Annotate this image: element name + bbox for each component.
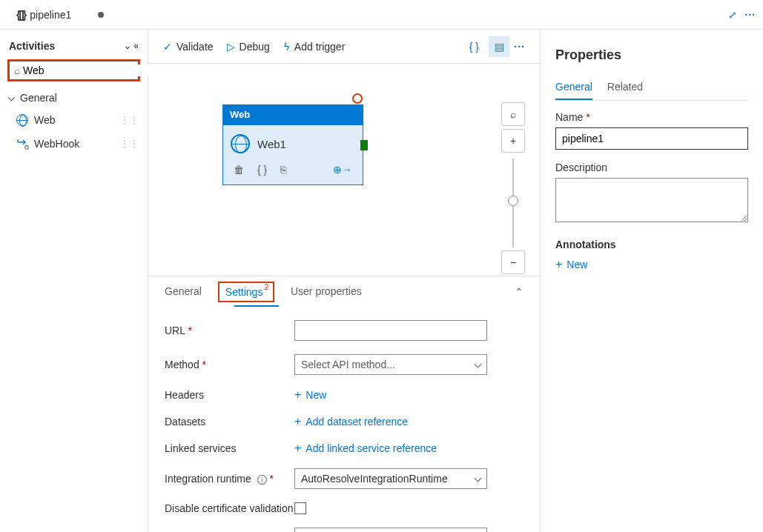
properties-toggle-button[interactable]: ▤ <box>489 36 509 57</box>
activity-label: WebHook <box>34 138 79 150</box>
settings-error-badge: 2 <box>264 283 268 291</box>
tab-settings[interactable]: Settings 2 <box>225 286 267 298</box>
add-dataset-button[interactable]: + Add dataset reference <box>294 415 408 428</box>
activities-title: Activities <box>9 40 55 52</box>
settings-form: URL Method Select API method... Headers … <box>148 307 540 532</box>
pipeline-toolbar: ✓ Validate ▷ Debug ϟ Add trigger { } ▤ ·… <box>148 30 540 64</box>
description-field-label: Description <box>555 162 748 173</box>
url-input[interactable] <box>294 320 487 341</box>
unsaved-indicator-icon <box>98 12 104 18</box>
pipeline-name-input[interactable] <box>555 127 748 150</box>
headers-label: Headers <box>165 389 294 401</box>
annotation-circle-icon <box>352 93 363 104</box>
zoom-fit-button[interactable]: ⌕ <box>501 102 525 126</box>
output-handle[interactable] <box>360 140 368 150</box>
designer-panel: ✓ Validate ▷ Debug ϟ Add trigger { } ▤ ·… <box>148 30 541 532</box>
webhook-icon: ⚙ <box>16 138 28 150</box>
search-icon: ⌕ <box>14 64 20 76</box>
pipeline-icon: {[]} <box>16 9 25 21</box>
search-highlight: ⌕ <box>7 59 140 82</box>
pipeline-canvas[interactable]: Web Web1 🗑 { } ⎘ ⊕→ ⌕ + <box>148 64 540 276</box>
zoom-in-button[interactable]: + <box>501 129 525 153</box>
code-view-button[interactable]: { } <box>463 36 484 57</box>
chevron-down-icon <box>9 92 17 104</box>
code-icon[interactable]: { } <box>257 164 267 176</box>
node-type-label: Web <box>222 104 363 124</box>
editor-tabs-bar: {[]} pipeline1 ⤢ ··· <box>0 0 763 30</box>
method-select[interactable]: Select API method... <box>294 354 487 375</box>
tab-user-properties[interactable]: User properties <box>291 276 362 307</box>
settings-highlight: Settings 2 <box>218 282 274 302</box>
activities-panel: Activities ⌄ « ⌕ General Web ⋮⋮ ⚙ WebHoo… <box>0 30 148 532</box>
globe-icon <box>16 114 28 126</box>
description-input[interactable] <box>555 178 748 222</box>
detail-tabs: General Settings 2 User properties ⌃ <box>148 276 540 307</box>
zoom-controls: ⌕ + − <box>501 102 525 276</box>
web-activity-node[interactable]: Web Web1 🗑 { } ⎘ ⊕→ <box>222 104 363 185</box>
activity-label: Web <box>34 114 56 126</box>
expand-icon[interactable]: ⤢ <box>728 9 737 21</box>
zoom-slider[interactable] <box>512 159 514 247</box>
node-name: Web1 <box>257 138 286 150</box>
activity-item-web[interactable]: Web ⋮⋮ <box>0 108 148 132</box>
authentication-select[interactable]: None <box>294 528 487 532</box>
chevron-down-icon <box>475 359 480 370</box>
url-label: URL <box>165 325 294 336</box>
debug-button[interactable]: ▷ Debug <box>227 41 270 53</box>
execute-icon[interactable]: ⊕→ <box>333 164 352 176</box>
method-label: Method <box>165 359 294 370</box>
validate-button[interactable]: ✓ Validate <box>163 41 214 53</box>
linked-services-label: Linked services <box>165 442 294 454</box>
section-general[interactable]: General <box>0 87 148 108</box>
activity-item-webhook[interactable]: ⚙ WebHook ⋮⋮ <box>0 132 148 156</box>
datasets-label: Datasets <box>165 416 294 428</box>
annotations-label: Annotations <box>555 239 748 250</box>
plus-icon: + <box>294 442 301 455</box>
add-header-button[interactable]: + New <box>294 388 326 402</box>
pipeline-tab-title: pipeline1 <box>30 9 71 21</box>
plus-icon: + <box>294 415 301 428</box>
tab-general[interactable]: General <box>165 276 202 307</box>
collapse-panel-icon[interactable]: ⌄ « <box>124 41 139 51</box>
globe-icon <box>231 134 250 153</box>
integration-runtime-select[interactable]: AutoResolveIntegrationRuntime <box>294 468 487 489</box>
more-icon[interactable]: ··· <box>744 9 756 21</box>
grip-icon: ⋮⋮ <box>119 138 139 150</box>
copy-icon[interactable]: ⎘ <box>280 164 286 176</box>
zoom-thumb[interactable] <box>508 196 518 206</box>
collapse-details-icon[interactable]: ⌃ <box>515 286 523 298</box>
ptab-related[interactable]: Related <box>607 81 643 100</box>
chevron-down-icon <box>475 473 480 485</box>
activities-search-input[interactable] <box>23 64 153 76</box>
integration-runtime-label: Integration runtime i <box>165 473 294 485</box>
properties-tabs: General Related <box>555 81 748 101</box>
plus-icon: + <box>555 258 562 271</box>
add-trigger-button[interactable]: ϟ Add trigger <box>283 41 345 53</box>
play-icon: ▷ <box>227 41 235 53</box>
activities-search[interactable]: ⌕ <box>9 61 139 80</box>
disable-cert-checkbox[interactable] <box>294 502 306 514</box>
properties-title: Properties <box>555 41 748 70</box>
add-annotation-button[interactable]: + New <box>555 258 748 271</box>
delete-icon[interactable]: 🗑 <box>234 164 244 176</box>
zoom-out-button[interactable]: − <box>501 250 525 274</box>
check-icon: ✓ <box>163 41 172 53</box>
grip-icon: ⋮⋮ <box>119 114 139 126</box>
toolbar-more-icon[interactable]: ··· <box>514 41 525 53</box>
properties-panel: Properties General Related Name Descript… <box>541 30 763 532</box>
disable-cert-label: Disable certificate validation <box>165 502 294 514</box>
add-linked-service-button[interactable]: + Add linked service reference <box>294 442 437 455</box>
lightning-icon: ϟ <box>283 41 290 53</box>
plus-icon: + <box>294 388 301 402</box>
name-field-label: Name <box>555 111 748 123</box>
pipeline-tab[interactable]: {[]} pipeline1 <box>7 0 113 29</box>
ptab-general[interactable]: General <box>555 81 592 100</box>
info-icon[interactable]: i <box>257 475 267 485</box>
node-body: Web1 🗑 { } ⎘ ⊕→ <box>222 124 363 185</box>
